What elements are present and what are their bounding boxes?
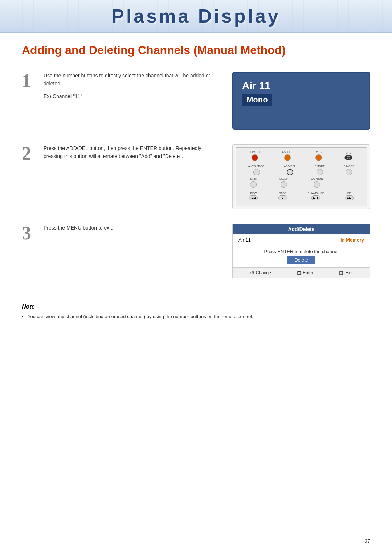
page-header: Plasma Display xyxy=(0,0,392,33)
tv-mode-label: Mono xyxy=(242,94,272,106)
exit-icon: ▦ xyxy=(339,270,344,276)
remote-diagram: FAV.CH ASPECT MTS SRS xyxy=(232,144,370,209)
step-3-section: 3 Press the MENU button to exit. Add/Del… xyxy=(22,224,370,278)
step-2-left: 2 Press the ADD/DEL button, then press t… xyxy=(22,144,218,163)
note-text: You can view any channel (including an e… xyxy=(22,313,370,321)
add-delete-instruction: Press ENTER to delete the channel Delete xyxy=(233,246,370,267)
add-delete-header: Add/Delete xyxy=(233,224,370,234)
remote-sleep: SLEEP xyxy=(279,178,288,188)
step-3-number: 3 xyxy=(22,224,36,243)
add-delete-menu: Add/Delete Air 11 In Memory Press ENTER … xyxy=(232,224,370,278)
step-1-number: 1 xyxy=(22,72,36,100)
remote-ff: FF ▶▶ xyxy=(345,192,354,200)
step-2-number: 2 xyxy=(22,144,36,163)
tv-channel-label: Air 11 xyxy=(242,80,360,92)
step-1-text: Use the number buttons to directly selec… xyxy=(44,72,218,100)
remote-row-3: DNIe SLEEP CAPTION xyxy=(239,178,364,188)
remote-p-mode: P.MODE xyxy=(314,165,325,175)
add-delete-row-channel: Air 11 In Memory xyxy=(233,234,370,246)
page-number: 37 xyxy=(364,538,370,544)
step-1-left: 1 Use the number buttons to directly sel… xyxy=(22,72,218,100)
page-title: Adding and Deleting Channels (Manual Met… xyxy=(22,44,370,57)
remote-rew: REW ◀◀ xyxy=(249,192,258,200)
step-1-example: Ex) Channel "11" xyxy=(44,92,218,100)
remote-aspect: ASPECT xyxy=(282,151,293,161)
note-title: Note xyxy=(22,304,370,310)
step-3-left: 3 Press the MENU button to exit. xyxy=(22,224,218,243)
delete-button[interactable]: Delete xyxy=(287,256,315,264)
enter-icon: ⊡ xyxy=(297,270,301,276)
step-3-text: Press the MENU button to exit. xyxy=(44,224,218,243)
remote-row-2: AUTO.PROG. ADD/DEL P.MODE S.MODE xyxy=(239,165,364,175)
remote-add-del: ADD/DEL xyxy=(284,165,296,175)
footer-change: ↺ Change xyxy=(250,270,271,276)
remote-play-pause: PLAY/PAUSE ▶⏸ xyxy=(307,192,324,200)
tv-screen: Air 11 Mono xyxy=(232,72,370,130)
main-content: Adding and Deleting Channels (Manual Met… xyxy=(0,33,392,332)
footer-exit: ▦ Exit xyxy=(339,270,352,276)
change-icon: ↺ xyxy=(250,270,254,276)
step-2-text: Press the ADD/DEL button, then press the… xyxy=(44,144,218,163)
add-delete-status: In Memory xyxy=(340,237,364,243)
remote-row-4: REW ◀◀ STOP ■ PLAY/PAUSE ▶⏸ FF xyxy=(239,192,364,200)
remote-mts: MTS xyxy=(315,151,322,161)
add-delete-channel: Air 11 xyxy=(238,237,251,243)
remote-srs: SRS xyxy=(344,151,352,160)
remote-caption: CAPTION xyxy=(311,178,323,188)
step-3-right: Add/Delete Air 11 In Memory Press ENTER … xyxy=(232,224,370,278)
step-2-right: FAV.CH ASPECT MTS SRS xyxy=(232,144,370,209)
header-title: Plasma Display xyxy=(111,5,281,27)
remote-fav-ch: FAV.CH xyxy=(250,151,260,161)
remote-stop: STOP ■ xyxy=(278,192,287,200)
remote-inner: FAV.CH ASPECT MTS SRS xyxy=(236,147,367,206)
add-delete-footer: ↺ Change ⊡ Enter ▦ Exit xyxy=(233,267,370,278)
footer-enter: ⊡ Enter xyxy=(297,270,313,276)
remote-s-mode: S.MODE xyxy=(344,165,355,175)
remote-dnie: DNIe xyxy=(250,178,257,188)
step-2-section: 2 Press the ADD/DEL button, then press t… xyxy=(22,144,370,209)
note-section: Note You can view any channel (including… xyxy=(22,300,370,321)
remote-row-1: FAV.CH ASPECT MTS SRS xyxy=(239,151,364,161)
step-1-right: Air 11 Mono xyxy=(232,72,370,130)
remote-auto-prog: AUTO.PROG. xyxy=(248,165,265,175)
step-1-section: 1 Use the number buttons to directly sel… xyxy=(22,72,370,130)
